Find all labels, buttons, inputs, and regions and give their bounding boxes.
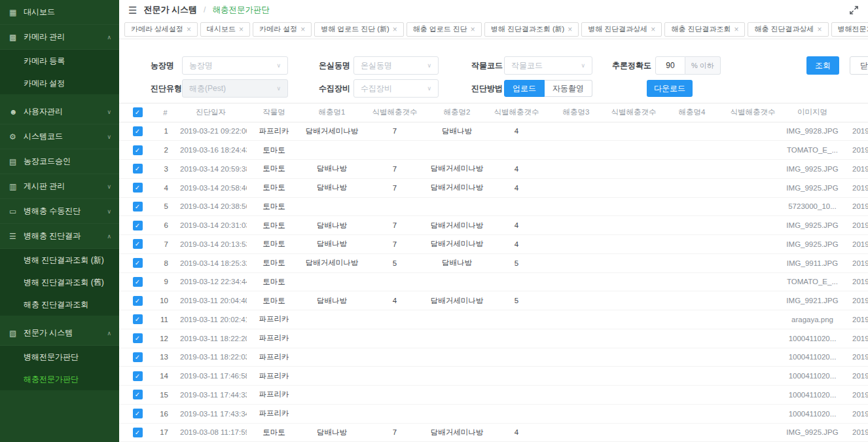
table-row[interactable]: 16 2019-03-11 17:43:34 파프리카 1000411020..… bbox=[119, 404, 868, 423]
greenhouse-select[interactable]: 온실동명 bbox=[353, 56, 439, 75]
row-checkbox[interactable] bbox=[133, 277, 143, 287]
row-checkbox[interactable] bbox=[133, 126, 143, 136]
sidebar-item[interactable]: 병해 진단결과조회 (舊) bbox=[0, 271, 119, 293]
sidebar-item[interactable]: 해충전문가판단 bbox=[0, 368, 119, 390]
cell-clipped-date: 2019 bbox=[842, 235, 868, 254]
fullscreen-icon[interactable] bbox=[849, 5, 859, 15]
row-checkbox[interactable] bbox=[133, 296, 143, 306]
cell-count1 bbox=[363, 329, 427, 348]
sidebar-item[interactable]: ▭ 병해충 수동진단 ∨ bbox=[0, 199, 119, 224]
tab-close-icon[interactable] bbox=[818, 26, 822, 33]
sidebar-item[interactable]: ▩ 카메라 관리 ∧ bbox=[0, 25, 119, 50]
equipment-select[interactable]: 수집장비 bbox=[353, 79, 439, 98]
tab-close-icon[interactable] bbox=[239, 26, 244, 33]
tab[interactable]: 병해 진단결과상세 bbox=[581, 22, 662, 37]
row-checkbox[interactable] bbox=[133, 258, 143, 268]
diagnosis-type-select[interactable]: 해충(Pest) bbox=[182, 79, 288, 98]
close-button[interactable]: 닫기 bbox=[850, 56, 868, 75]
sidebar-item[interactable]: 병해전문가판단 bbox=[0, 346, 119, 368]
cell-pest4 bbox=[661, 329, 723, 348]
tab-close-icon[interactable] bbox=[734, 26, 738, 33]
table-row[interactable]: 6 2019-03-14 20:31:03 토마토 담배나방 7 담배거세미나방… bbox=[119, 216, 868, 235]
hamburger-menu-icon[interactable] bbox=[128, 5, 137, 15]
row-checkbox[interactable] bbox=[133, 239, 143, 249]
table-row[interactable]: 15 2019-03-11 17:44:33 파프리카 1000411020..… bbox=[119, 386, 868, 405]
table-row[interactable]: 7 2019-03-14 20:13:53 토마토 담배나방 7 담배거세미나방… bbox=[119, 235, 868, 254]
sidebar-item[interactable]: 병해 진단결과조회 (新) bbox=[0, 249, 119, 271]
chevron-icon: ∨ bbox=[107, 134, 111, 140]
sidebar-item[interactable]: 카메라 등록 bbox=[0, 50, 119, 72]
sidebar-item[interactable]: ▦ 대시보드 bbox=[0, 0, 119, 25]
accuracy-input[interactable] bbox=[655, 56, 685, 75]
tab[interactable]: 해충 진단결과조회 bbox=[664, 22, 745, 37]
row-checkbox[interactable] bbox=[133, 390, 143, 399]
row-checkbox[interactable] bbox=[133, 221, 143, 230]
tab[interactable]: 병해 진단결과조회 (新) bbox=[484, 22, 579, 37]
table-row[interactable]: 10 2019-03-11 20:04:40 토마토 담배나방 4 담배거세미나… bbox=[119, 291, 868, 310]
cell-pest1: 담배거세미나방 bbox=[301, 122, 363, 141]
cell-pest4 bbox=[661, 291, 723, 310]
row-checkbox[interactable] bbox=[133, 352, 143, 362]
download-button[interactable]: 다운로드 bbox=[647, 80, 693, 97]
cell-no: 16 bbox=[156, 404, 175, 423]
sidebar-item[interactable]: ☻ 사용자관리 ∨ bbox=[0, 100, 119, 124]
tab-label: 병해전문가판단 bbox=[838, 24, 868, 34]
sidebar-item[interactable]: ☰ 병해충 진단결과 ∧ bbox=[0, 224, 119, 249]
tab[interactable]: 병해전문가판단 bbox=[831, 22, 868, 37]
breadcrumb-current: 해충전문가판단 bbox=[212, 5, 270, 16]
table-row[interactable]: 4 2019-03-14 20:58:46 토마토 담배나방 7 담배거세미나방… bbox=[119, 178, 868, 197]
tab-close-icon[interactable] bbox=[651, 26, 655, 33]
row-checkbox[interactable] bbox=[133, 428, 143, 437]
tab[interactable]: 해충 진단결과상세 bbox=[748, 22, 828, 37]
sidebar-item[interactable]: ⚙ 시스템코드 ∨ bbox=[0, 124, 119, 149]
table-row[interactable]: 12 2019-03-11 18:22:20 파프리카 1000411020..… bbox=[119, 329, 868, 348]
sidebar-item[interactable]: ▤ 농장코드승인 bbox=[0, 149, 119, 174]
cell-pest2: 담배나방 bbox=[427, 122, 487, 141]
cell-pest3 bbox=[546, 348, 606, 367]
table-row[interactable]: 14 2019-03-11 17:46:58 파프리카 1000411020..… bbox=[119, 367, 868, 386]
row-checkbox[interactable] bbox=[133, 164, 143, 174]
tab[interactable]: 카메라 설정 bbox=[253, 22, 312, 37]
farm-name-select[interactable]: 농장명 bbox=[182, 56, 288, 75]
method-auto-capture-button[interactable]: 자동촬영 bbox=[545, 80, 592, 97]
row-checkbox[interactable] bbox=[133, 145, 143, 155]
table-row[interactable]: 2 2019-03-16 18:24:43 토마토 TOMATO_E_... 2… bbox=[119, 141, 868, 160]
table-row[interactable]: 3 2019-03-14 20:59:38 토마토 담배나방 7 담배거세미나방… bbox=[119, 160, 868, 179]
method-upload-button[interactable]: 업로드 bbox=[504, 80, 545, 97]
crop-code-select[interactable]: 작물코드 bbox=[504, 56, 592, 75]
tab[interactable]: 해충 업로드 진단 bbox=[407, 22, 482, 37]
chevron-down-icon bbox=[581, 62, 585, 69]
tab[interactable]: 카메라 상세설정 bbox=[124, 22, 198, 37]
diagnosis-method-label: 진단방법 bbox=[471, 83, 504, 94]
tab[interactable]: 대시보드 bbox=[200, 22, 250, 37]
tab-label: 해충 업로드 진단 bbox=[413, 24, 467, 34]
search-button[interactable]: 조회 bbox=[806, 56, 839, 75]
row-checkbox[interactable] bbox=[133, 371, 143, 381]
table-row[interactable]: 17 2019-03-08 11:17:59 토마토 담배나방 7 담배거세미나… bbox=[119, 423, 868, 442]
sidebar-item[interactable]: 해충 진단결과조회 bbox=[0, 293, 119, 316]
tab-close-icon[interactable] bbox=[393, 26, 397, 33]
table-row[interactable]: 5 2019-03-14 20:38:56 토마토 5723000_10... … bbox=[119, 197, 868, 216]
table-row[interactable]: 8 2019-03-14 18:25:32 토마토 담배거세미나방 5 담배나방… bbox=[119, 253, 868, 272]
table-row[interactable]: 9 2019-03-12 22:34:44 토마토 TOMATO_E_... 2… bbox=[119, 272, 868, 291]
sidebar-item[interactable]: ▥ 게시판 관리 ∨ bbox=[0, 174, 119, 199]
table-row[interactable]: 11 2019-03-11 20:02:41 파프리카 aragaya.png … bbox=[119, 310, 868, 329]
row-checkbox[interactable] bbox=[133, 202, 143, 212]
row-checkbox[interactable] bbox=[133, 314, 143, 324]
table-row[interactable]: 13 2019-03-11 18:22:03 파프리카 1000411020..… bbox=[119, 348, 868, 367]
sidebar-item[interactable]: ▧ 전문가 시스템 ∧ bbox=[0, 321, 119, 346]
tab-close-icon[interactable] bbox=[187, 26, 191, 33]
chevron-down-icon bbox=[276, 62, 281, 69]
tab[interactable]: 병해 업로드 진단 (新) bbox=[314, 22, 404, 37]
select-all-checkbox[interactable] bbox=[133, 107, 143, 117]
sidebar-item[interactable]: 카메라 설정 bbox=[0, 72, 119, 94]
tab-close-icon[interactable] bbox=[568, 26, 572, 33]
tab-close-icon[interactable] bbox=[300, 26, 305, 33]
row-checkbox[interactable] bbox=[133, 333, 143, 343]
tab-close-icon[interactable] bbox=[471, 26, 475, 33]
cell-crop: 파프리카 bbox=[247, 122, 301, 141]
cell-date: 2019-03-11 18:22:03 bbox=[175, 348, 247, 367]
table-row[interactable]: 1 2019-03-21 09:22:00 파프리카 담배거세미나방 7 담배나… bbox=[119, 122, 868, 141]
row-checkbox[interactable] bbox=[133, 183, 143, 193]
row-checkbox[interactable] bbox=[133, 409, 143, 418]
